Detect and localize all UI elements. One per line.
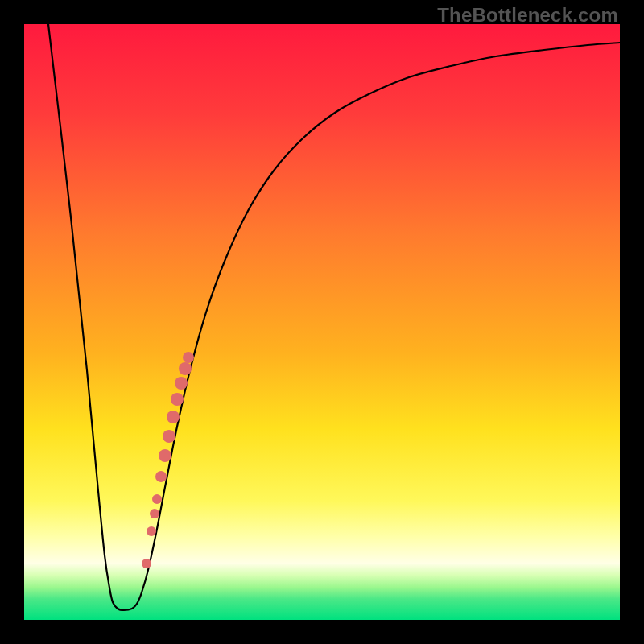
highlight-dot: [142, 559, 151, 568]
highlight-dot: [167, 411, 180, 423]
gradient-background: [24, 24, 620, 620]
highlight-dot: [147, 526, 156, 536]
highlight-dot: [163, 430, 175, 443]
highlight-dot: [175, 377, 188, 390]
highlight-dot: [171, 393, 184, 406]
highlight-dot: [150, 509, 159, 518]
highlight-dot: [152, 494, 162, 504]
watermark-text: TheBottleneck.com: [437, 4, 618, 27]
chart-frame: TheBottleneck.com: [0, 0, 644, 644]
highlight-dot: [183, 352, 194, 363]
chart-svg: [24, 24, 620, 620]
highlight-dot: [179, 362, 192, 375]
plot-area: [24, 24, 620, 620]
highlight-dot: [159, 449, 171, 462]
highlight-dot: [155, 471, 167, 482]
